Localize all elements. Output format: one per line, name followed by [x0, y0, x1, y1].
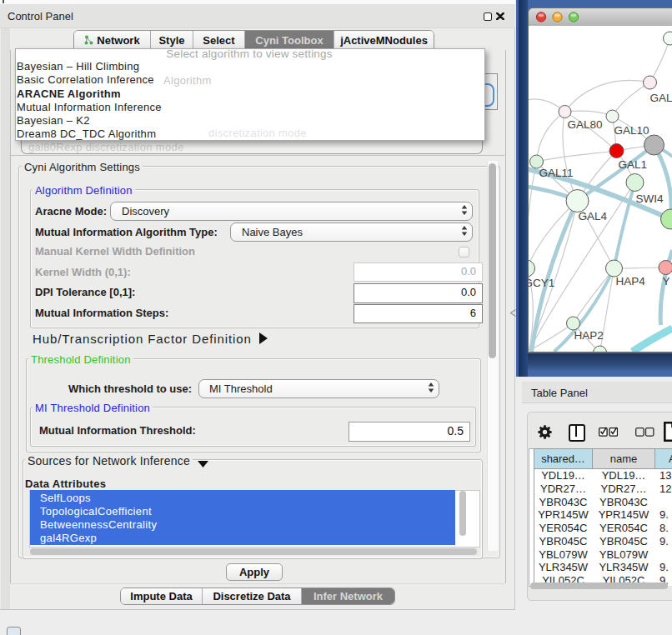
svg-text:GAL8: GAL8 [649, 92, 672, 104]
svg-text:GCY1: GCY1 [529, 277, 554, 289]
svg-text:GAL11: GAL11 [539, 167, 573, 179]
svg-text:GAL4: GAL4 [578, 210, 607, 222]
svg-text:Y: Y [662, 275, 669, 288]
svg-text:GAL10: GAL10 [614, 124, 649, 137]
svg-text:GAL1: GAL1 [618, 158, 647, 171]
svg-text:HAP4: HAP4 [615, 275, 645, 288]
svg-text:GAL80: GAL80 [567, 118, 602, 131]
svg-text:HAP2: HAP2 [574, 329, 603, 342]
svg-text:SWI4: SWI4 [635, 192, 663, 205]
